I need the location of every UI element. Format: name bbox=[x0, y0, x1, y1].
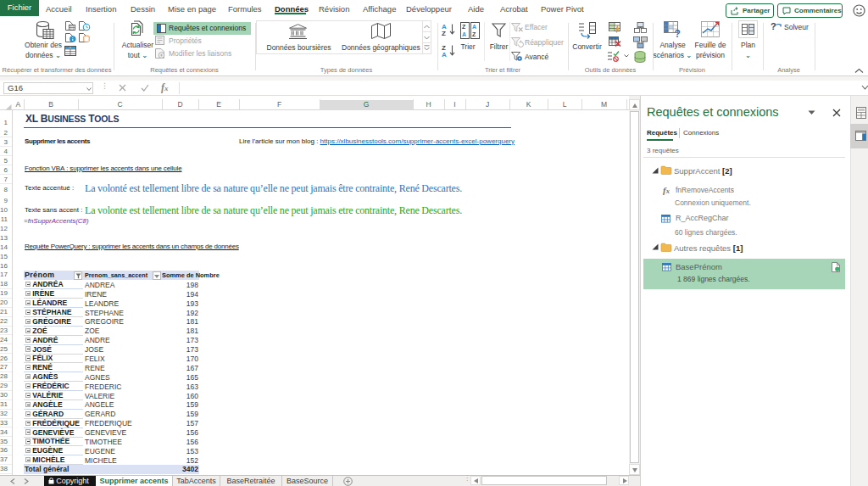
svg-text:Z: Z bbox=[442, 30, 446, 37]
svg-text:?: ? bbox=[675, 28, 681, 40]
svg-text:Z: Z bbox=[472, 31, 476, 37]
svg-text:?: ? bbox=[771, 21, 776, 31]
svg-text:A: A bbox=[462, 31, 466, 37]
svg-text:A: A bbox=[442, 51, 447, 59]
svg-text:Z: Z bbox=[462, 24, 466, 30]
svg-text:A: A bbox=[472, 24, 476, 30]
